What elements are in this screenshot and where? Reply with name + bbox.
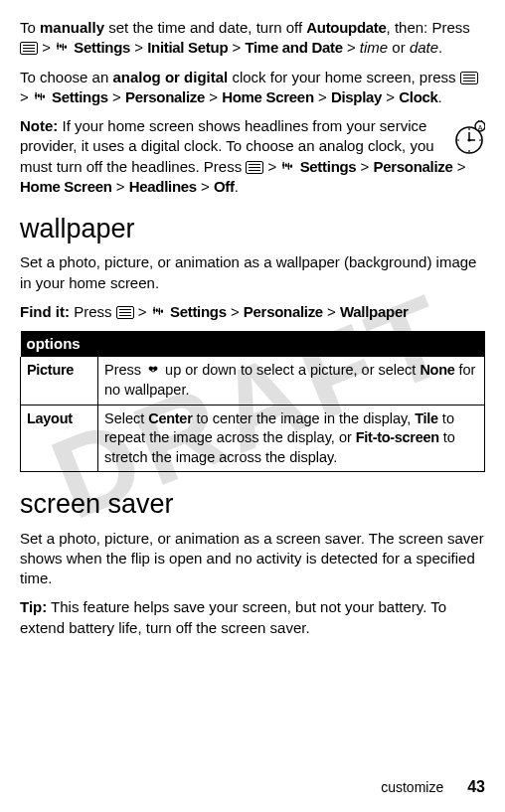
svg-point-16 xyxy=(153,309,155,311)
option-picture-desc: Press up or down to select a picture, or… xyxy=(98,357,485,405)
page-number: 43 xyxy=(467,778,485,795)
separator: > xyxy=(38,39,55,56)
svg-text:A: A xyxy=(478,124,483,131)
label-personalize: Personalize xyxy=(244,303,323,320)
settings-icon xyxy=(33,89,48,103)
separator: > xyxy=(356,158,373,175)
text: To xyxy=(20,19,40,36)
heading-wallpaper: wallpaper xyxy=(20,211,485,246)
svg-point-1 xyxy=(60,45,62,47)
svg-point-4 xyxy=(35,94,37,96)
text: To choose an xyxy=(20,69,112,85)
tip-label: Tip: xyxy=(20,598,47,615)
separator: > xyxy=(453,158,466,175)
footer-section: customize xyxy=(381,779,443,795)
label-center: Center xyxy=(148,410,192,426)
text-bold: manually xyxy=(40,19,104,36)
settings-icon xyxy=(280,159,295,173)
label-settings: Settings xyxy=(300,158,357,175)
text: set the time and date, turn off xyxy=(104,19,306,36)
label-settings: Settings xyxy=(74,39,130,56)
menu-key-icon xyxy=(20,42,38,55)
separator: > xyxy=(130,39,147,56)
var-date: date xyxy=(410,39,438,56)
clock-feature-icon: A xyxy=(453,118,485,156)
label-settings: Settings xyxy=(52,88,108,105)
svg-point-6 xyxy=(40,95,42,97)
separator: > xyxy=(20,88,33,105)
menu-key-icon xyxy=(460,72,478,84)
separator: > xyxy=(314,88,331,105)
svg-point-19 xyxy=(161,310,163,312)
settings-icon xyxy=(151,304,166,318)
svg-point-15 xyxy=(290,164,292,166)
nav-key-icon xyxy=(145,364,161,376)
menu-key-icon xyxy=(246,161,263,174)
text: Press xyxy=(70,303,116,320)
svg-point-12 xyxy=(282,164,284,166)
separator: > xyxy=(323,303,340,320)
tip-para: Tip: This feature helps save your screen… xyxy=(20,597,485,638)
note-para: A Note: If your home screen shows headli… xyxy=(20,116,485,197)
separator: > xyxy=(197,178,214,195)
page-content: To manually set the time and date, turn … xyxy=(20,18,485,638)
label-personalize: Personalize xyxy=(374,158,453,175)
label-clock: Clock xyxy=(399,88,437,105)
label-wallpaper: Wallpaper xyxy=(340,303,408,320)
var-time: time xyxy=(360,39,388,56)
option-layout-desc: Select Center to center the image in the… xyxy=(98,405,485,472)
separator: > xyxy=(382,88,399,105)
svg-point-14 xyxy=(288,164,290,166)
svg-point-0 xyxy=(57,45,59,47)
svg-point-5 xyxy=(38,94,40,96)
manual-time-para: To manually set the time and date, turn … xyxy=(20,18,485,59)
text: Select xyxy=(104,410,148,426)
text: clock for your home screen, press xyxy=(228,69,459,85)
text: This feature helps save your screen, but… xyxy=(20,598,446,635)
table-row: Picture Press up or down to select a pic… xyxy=(21,357,485,405)
table-row: Layout Select Center to center the image… xyxy=(21,405,485,472)
text: , then: Press xyxy=(387,19,470,36)
options-header: options xyxy=(21,331,485,357)
text: . xyxy=(438,88,442,105)
wallpaper-intro: Set a photo, picture, or animation as a … xyxy=(20,252,485,293)
label-settings: Settings xyxy=(170,303,227,320)
text: or xyxy=(388,39,410,56)
separator: > xyxy=(134,303,151,320)
label-none: None xyxy=(420,362,454,378)
options-table: options Picture Press up or down to sele… xyxy=(20,331,485,472)
text: . xyxy=(438,39,442,56)
label-off: Off xyxy=(214,178,235,195)
text-bold: analog or digital xyxy=(112,69,228,85)
label-initial-setup: Initial Setup xyxy=(147,39,228,56)
separator: > xyxy=(112,178,129,195)
find-it-para: Find it: Press > Settings > Personalize … xyxy=(20,302,485,322)
separator: > xyxy=(205,88,222,105)
label-time-and-date: Time and Date xyxy=(245,39,342,56)
separator: > xyxy=(108,88,125,105)
label-fit-to-screen: Fit-to-screen xyxy=(356,429,439,445)
label-autoupdate: Autoupdate xyxy=(306,19,386,36)
analog-digital-para: To choose an analog or digital clock for… xyxy=(20,68,485,108)
separator: > xyxy=(228,39,245,56)
heading-screen-saver: screen saver xyxy=(20,486,485,522)
svg-point-18 xyxy=(158,310,160,312)
settings-icon xyxy=(55,40,70,54)
text: to center the image in the display, xyxy=(192,410,415,426)
svg-point-13 xyxy=(285,164,287,166)
label-home-screen: Home Screen xyxy=(20,178,112,195)
separator: > xyxy=(263,158,280,175)
svg-point-3 xyxy=(65,46,67,48)
option-picture: Picture xyxy=(27,362,74,378)
menu-key-icon xyxy=(116,306,134,319)
screensaver-intro: Set a photo, picture, or animation as a … xyxy=(20,529,485,589)
text: up or down to select a picture, or selec… xyxy=(161,362,420,378)
text: Press xyxy=(104,362,145,378)
label-display: Display xyxy=(331,88,382,105)
note-label: Note: xyxy=(20,117,58,134)
label-personalize: Personalize xyxy=(125,88,205,105)
text: . xyxy=(235,178,239,195)
page-footer: customize43 xyxy=(381,776,485,798)
separator: > xyxy=(343,39,360,56)
svg-point-7 xyxy=(43,95,45,97)
